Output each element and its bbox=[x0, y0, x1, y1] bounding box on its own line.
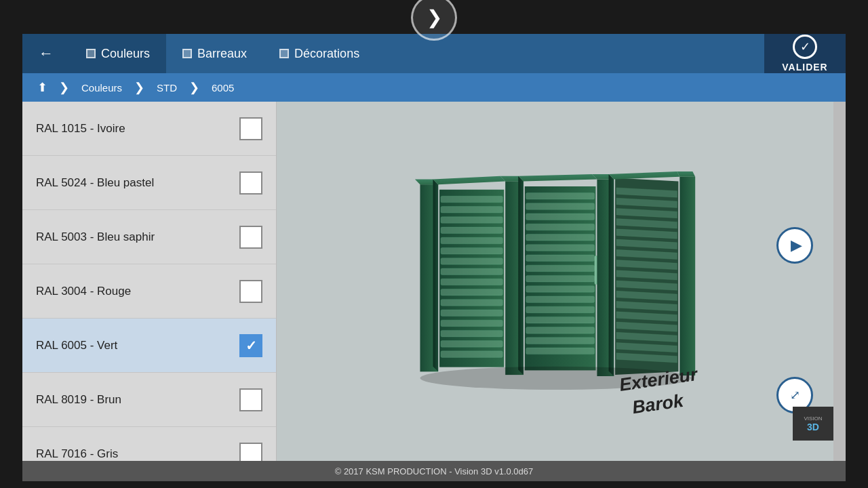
svg-rect-16 bbox=[440, 320, 502, 327]
color-checkbox-ral7016[interactable] bbox=[239, 443, 262, 462]
color-checkbox-ral1015[interactable] bbox=[239, 117, 262, 140]
fullscreen-icon: ⤢ bbox=[790, 388, 800, 403]
chevron-top-area: ❯ bbox=[22, 7, 846, 34]
svg-rect-26 bbox=[526, 214, 594, 220]
svg-marker-63 bbox=[677, 171, 695, 177]
svg-rect-24 bbox=[526, 193, 594, 200]
svg-rect-37 bbox=[526, 327, 594, 334]
footer: © 2017 KSM PRODUCTION - Vision 3D v1.0.0… bbox=[22, 461, 846, 481]
list-item[interactable]: RAL 1015 - Ivoire bbox=[22, 102, 276, 156]
tab-couleurs[interactable]: Couleurs bbox=[70, 34, 166, 73]
svg-rect-29 bbox=[526, 245, 594, 251]
play-icon: ▶ bbox=[791, 237, 802, 254]
breadcrumb-6005[interactable]: 6005 bbox=[203, 79, 242, 96]
footer-text: © 2017 KSM PRODUCTION - Vision 3D v1.0.0… bbox=[335, 466, 534, 476]
svg-rect-11 bbox=[440, 268, 502, 275]
svg-marker-43 bbox=[608, 174, 614, 376]
color-label-ral8019: RAL 8019 - Brun bbox=[36, 393, 121, 407]
list-item[interactable]: RAL 8019 - Brun bbox=[22, 373, 276, 427]
svg-rect-38 bbox=[526, 338, 594, 344]
breadcrumb-arrow-2: ❯ bbox=[134, 80, 144, 95]
svg-rect-39 bbox=[526, 348, 594, 354]
main-screen: ← Couleurs Barreaux Décorations ✓ VALIDE… bbox=[22, 34, 846, 481]
color-checkbox-ral6005[interactable]: ✓ bbox=[239, 334, 262, 357]
svg-marker-66 bbox=[608, 171, 679, 179]
color-checkbox-ral3004[interactable] bbox=[239, 280, 262, 303]
svg-rect-18 bbox=[440, 341, 502, 348]
back-arrow-icon: ← bbox=[39, 45, 54, 62]
list-item-selected[interactable]: RAL 6005 - Vert ✓ bbox=[22, 319, 276, 373]
breadcrumb-std[interactable]: STD bbox=[149, 79, 185, 96]
chevron-down-icon: ❯ bbox=[427, 8, 442, 27]
back-button[interactable]: ← bbox=[22, 34, 70, 73]
svg-rect-36 bbox=[526, 317, 594, 323]
list-item[interactable]: RAL 7016 - Gris bbox=[22, 427, 276, 461]
svg-marker-65 bbox=[518, 174, 597, 181]
svg-marker-22 bbox=[518, 176, 524, 375]
breadcrumb-home-button[interactable]: ⬆ bbox=[29, 75, 55, 100]
breadcrumb-couleurs[interactable]: Couleurs bbox=[73, 79, 130, 96]
svg-text:Barok: Barok bbox=[631, 390, 685, 417]
gate-preview-area: Exterieur Barok ▶ ⤢ VISION 3D bbox=[277, 102, 833, 461]
play-button[interactable]: ▶ bbox=[776, 227, 813, 264]
color-checkbox-ral8019[interactable] bbox=[239, 388, 262, 411]
tab-barreaux-indicator bbox=[182, 49, 192, 58]
svg-rect-27 bbox=[526, 224, 594, 230]
tab-decorations-label: Décorations bbox=[294, 47, 359, 61]
svg-rect-62 bbox=[679, 177, 695, 375]
svg-rect-4 bbox=[440, 196, 502, 203]
svg-rect-10 bbox=[440, 258, 502, 265]
tab-couleurs-label: Couleurs bbox=[101, 47, 150, 61]
list-item[interactable]: RAL 3004 - Rouge bbox=[22, 264, 276, 319]
list-item[interactable]: RAL 5003 - Bleu saphir bbox=[22, 210, 276, 264]
svg-marker-64 bbox=[433, 176, 505, 184]
svg-rect-35 bbox=[526, 306, 594, 313]
svg-rect-28 bbox=[526, 234, 594, 241]
svg-rect-17 bbox=[440, 330, 502, 337]
vision3d-text: VISION bbox=[804, 415, 822, 422]
breadcrumb-bar: ⬆ ❯ Couleurs ❯ STD ❯ 6005 bbox=[22, 73, 846, 102]
color-checkbox-ral5003[interactable] bbox=[239, 226, 262, 249]
vision3d-badge: VISION 3D bbox=[793, 407, 833, 441]
tab-barreaux[interactable]: Barreaux bbox=[166, 34, 263, 73]
svg-rect-25 bbox=[526, 203, 594, 210]
color-label-ral1015: RAL 1015 - Ivoire bbox=[36, 122, 125, 136]
svg-marker-2 bbox=[433, 180, 438, 372]
svg-rect-32 bbox=[526, 275, 594, 282]
valider-label: VALIDER bbox=[782, 62, 827, 73]
tab-decorations[interactable]: Décorations bbox=[263, 34, 376, 73]
svg-rect-30 bbox=[526, 255, 594, 262]
breadcrumb-arrow-1: ❯ bbox=[59, 80, 69, 95]
svg-rect-31 bbox=[526, 265, 594, 272]
list-item[interactable]: RAL 5024 - Bleu pastel bbox=[22, 156, 276, 210]
svg-rect-14 bbox=[440, 300, 502, 306]
svg-rect-33 bbox=[526, 286, 594, 293]
svg-rect-5 bbox=[440, 207, 502, 214]
valider-button[interactable]: ✓ VALIDER bbox=[764, 34, 846, 73]
svg-rect-34 bbox=[526, 296, 594, 303]
svg-rect-13 bbox=[440, 289, 502, 296]
tab-couleurs-indicator bbox=[86, 49, 96, 58]
valider-check-icon: ✓ bbox=[793, 35, 817, 59]
breadcrumb-arrow-3: ❯ bbox=[189, 80, 199, 95]
svg-rect-3 bbox=[439, 190, 504, 367]
svg-rect-7 bbox=[440, 227, 502, 234]
svg-rect-8 bbox=[440, 237, 502, 244]
svg-rect-6 bbox=[440, 217, 502, 224]
checkmark-icon: ✓ bbox=[245, 338, 257, 354]
svg-rect-15 bbox=[440, 310, 502, 317]
color-label-ral3004: RAL 3004 - Rouge bbox=[36, 285, 131, 298]
gate-3d-view: Exterieur Barok bbox=[372, 146, 752, 417]
home-icon: ⬆ bbox=[37, 80, 47, 95]
color-label-ral6005: RAL 6005 - Vert bbox=[36, 339, 117, 352]
color-label-ral5024: RAL 5024 - Bleu pastel bbox=[36, 176, 154, 190]
scrollbar[interactable] bbox=[833, 102, 846, 461]
color-label-ral7016: RAL 7016 - Gris bbox=[36, 447, 118, 461]
color-checkbox-ral5024[interactable] bbox=[239, 171, 262, 195]
vision3d-number: 3D bbox=[807, 422, 819, 432]
svg-rect-9 bbox=[440, 247, 502, 254]
svg-rect-19 bbox=[440, 351, 502, 358]
tab-decorations-indicator bbox=[279, 49, 289, 58]
color-label-ral5003: RAL 5003 - Bleu saphir bbox=[36, 230, 155, 244]
svg-rect-12 bbox=[440, 279, 502, 285]
